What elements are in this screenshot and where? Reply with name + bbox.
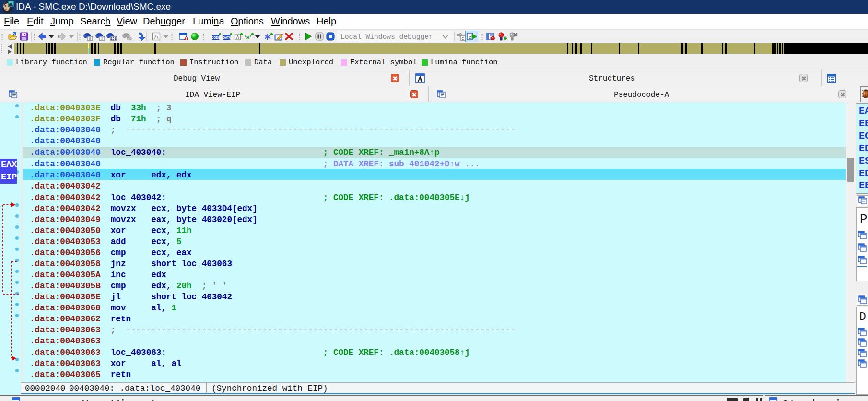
svg-text:A: A bbox=[154, 34, 158, 40]
svg-text:#: # bbox=[89, 36, 91, 41]
svg-text:T: T bbox=[101, 36, 104, 41]
svg-text:c: c bbox=[461, 36, 464, 41]
svg-text:‘s’: ‘s’ bbox=[245, 34, 251, 41]
svg-text:A: A bbox=[236, 35, 239, 40]
svg-text:101: 101 bbox=[111, 37, 117, 40]
svg-text:DATA: DATA bbox=[223, 36, 231, 39]
svg-text:c: c bbox=[469, 35, 471, 40]
svg-text:CODE: CODE bbox=[212, 36, 221, 39]
